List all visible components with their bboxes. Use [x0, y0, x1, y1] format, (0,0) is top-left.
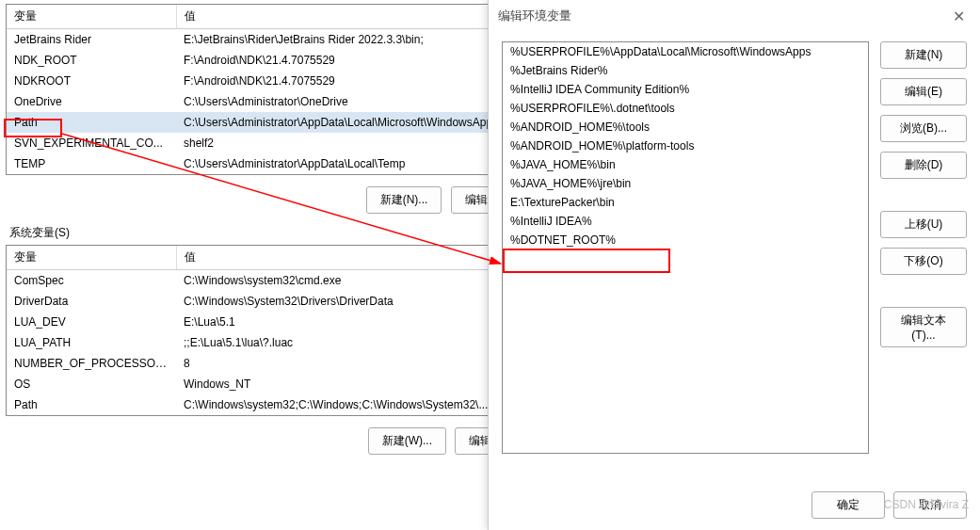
path-delete-button[interactable]: 删除(D) [880, 152, 967, 179]
list-item[interactable]: %DOTNET_ROOT% [503, 231, 868, 249]
list-item[interactable]: %ANDROID_HOME%\platform-tools [503, 137, 868, 155]
list-item[interactable]: %JAVA_HOME%\jre\bin [503, 174, 868, 193]
var-name-cell: OneDrive [7, 91, 176, 112]
list-item[interactable]: %IntelliJ IDEA% [503, 212, 868, 231]
list-item[interactable]: %ANDROID_HOME%\tools [503, 118, 868, 137]
path-list[interactable]: %USERPROFILE%\AppData\Local\Microsoft\Wi… [502, 41, 869, 454]
side-buttons: 新建(N) 编辑(E) 浏览(B)... 删除(D) 上移(U) 下移(O) 编… [880, 41, 967, 454]
list-item[interactable]: %USERPROFILE%\AppData\Local\Microsoft\Wi… [503, 42, 868, 61]
sys-header-var: 变量 [7, 246, 176, 270]
dialog-footer: 确定 取消 [806, 491, 967, 519]
list-item[interactable]: %USERPROFILE%\.dotnet\tools [503, 99, 868, 118]
var-name-cell: Path [7, 394, 176, 415]
dialog-titlebar: 编辑环境变量 ✕ [489, 0, 980, 32]
dialog-ok-button[interactable]: 确定 [811, 491, 885, 519]
var-name-cell: Path [7, 112, 176, 133]
path-movedown-button[interactable]: 下移(O) [880, 248, 967, 275]
var-name-cell: NDK_ROOT [7, 50, 176, 71]
path-edittext-button[interactable]: 编辑文本(T)... [880, 307, 967, 347]
sys-new-button[interactable]: 新建(W)... [368, 427, 446, 455]
var-name-cell: LUA_DEV [7, 312, 176, 332]
user-new-button[interactable]: 新建(N)... [366, 186, 442, 214]
dialog-cancel-button[interactable]: 取消 [893, 491, 967, 519]
path-edit-button[interactable]: 编辑(E) [880, 78, 967, 105]
list-item[interactable]: %JetBrains Rider% [503, 61, 868, 80]
var-name-cell: ComSpec [7, 270, 176, 292]
list-item[interactable]: E:\TexturePacker\bin [503, 193, 868, 212]
var-name-cell: DriverData [7, 291, 176, 312]
path-new-button[interactable]: 新建(N) [880, 41, 967, 69]
path-browse-button[interactable]: 浏览(B)... [880, 115, 967, 142]
path-moveup-button[interactable]: 上移(U) [880, 211, 967, 238]
close-icon[interactable]: ✕ [947, 6, 971, 27]
var-name-cell: SVN_EXPERIMENTAL_CO... [7, 133, 176, 153]
var-name-cell: OS [7, 374, 176, 394]
edit-path-dialog: 编辑环境变量 ✕ %USERPROFILE%\AppData\Local\Mic… [488, 0, 980, 530]
var-name-cell: LUA_PATH [7, 332, 176, 353]
list-item[interactable]: %JAVA_HOME%\bin [503, 155, 868, 174]
var-name-cell: NUMBER_OF_PROCESSORS [7, 353, 176, 374]
list-item[interactable]: %IntelliJ IDEA Community Edition% [503, 80, 868, 99]
var-name-cell: TEMP [7, 153, 176, 174]
user-header-var: 变量 [7, 5, 176, 29]
var-name-cell: NDKROOT [7, 71, 176, 91]
dialog-title: 编辑环境变量 [498, 8, 571, 24]
var-name-cell: JetBrains Rider [7, 29, 176, 51]
